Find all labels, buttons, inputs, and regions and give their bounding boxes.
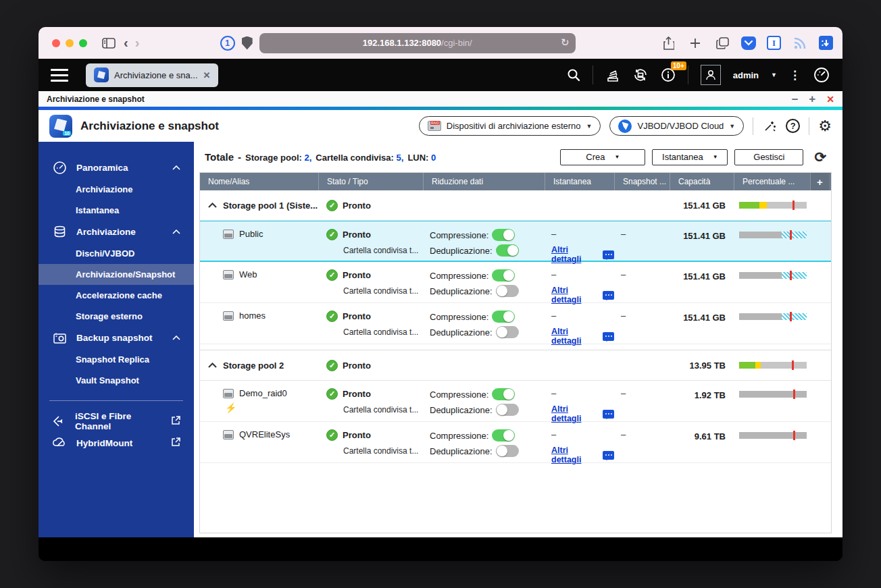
sidebar-toggle-icon[interactable] <box>101 35 117 51</box>
user-avatar[interactable] <box>701 65 721 85</box>
group-row-storage-pool-2[interactable]: Storage pool 2 ✓Pronto 13.95 TB <box>200 350 831 381</box>
sidebar-item-istantanea-overview[interactable]: Istantanea <box>39 200 194 221</box>
share-icon[interactable] <box>660 35 676 51</box>
usage-bar <box>739 202 807 209</box>
help-icon[interactable]: ? <box>786 119 800 133</box>
more-options-icon[interactable]: ⋮ <box>789 70 801 81</box>
username-label[interactable]: admin <box>733 70 759 80</box>
user-menu-caret-icon[interactable]: ▼ <box>771 72 777 78</box>
close-window-button[interactable] <box>52 39 60 47</box>
pocket-icon[interactable] <box>741 36 756 50</box>
window-maximize-icon[interactable]: + <box>809 93 815 105</box>
sidebar-section-backup-snapshot[interactable]: Backup snapshot <box>39 327 194 349</box>
stat-lun: LUN: 0 <box>407 153 436 163</box>
dedup-toggle[interactable] <box>496 404 519 416</box>
compression-toggle[interactable] <box>492 269 515 282</box>
settings-gear-icon[interactable]: ⚙ <box>818 119 832 134</box>
col-stato-tipo[interactable]: Stato / Tipo <box>318 173 423 190</box>
external-device-sync-icon[interactable] <box>632 67 649 83</box>
app-tab[interactable]: Archiviazione e sna... ✕ <box>86 63 218 87</box>
folder-icon <box>223 430 234 439</box>
dedup-toggle[interactable] <box>496 445 519 457</box>
address-bar[interactable]: 192.168.1.132:8080/cgi-bin/ ↻ <box>259 33 576 53</box>
table-row-qvrelitesys[interactable]: QVREliteSys ✓Pronto Cartella condivisa t… <box>200 422 831 463</box>
table-row-web[interactable]: Web ✓Pronto Cartella condivisa t... Comp… <box>200 262 831 303</box>
sidebar-item-snapshot-replica[interactable]: Snapshot Replica <box>39 349 194 370</box>
usage-bar <box>739 432 807 439</box>
shield-icon[interactable] <box>242 36 253 50</box>
sidebar-link-hybridmount[interactable]: HybridMount <box>39 432 194 454</box>
video-download-icon[interactable] <box>819 36 833 50</box>
tab-close-icon[interactable]: ✕ <box>203 70 211 80</box>
col-snapshot[interactable]: Snapshot ... <box>614 173 670 190</box>
table-row-public[interactable]: Public ✓Pronto Cartella condivisa t... C… <box>200 221 831 262</box>
table-row-homes[interactable]: homes ✓Pronto Cartella condivisa t... Co… <box>200 303 831 344</box>
table-header: Nome/Alias Stato / Tipo Riduzione dati I… <box>200 173 831 190</box>
compression-toggle[interactable] <box>492 229 515 241</box>
vjbod-icon <box>618 119 632 133</box>
sidebar-link-iscsi[interactable]: iSCSI e Fibre Channel <box>39 410 194 432</box>
refresh-icon[interactable]: ⟳ <box>814 149 826 165</box>
dedup-toggle[interactable] <box>496 285 519 297</box>
onepassword-icon[interactable]: 1 <box>220 36 235 51</box>
manage-button[interactable]: Gestisci <box>734 149 803 165</box>
comment-icon <box>603 291 614 300</box>
external-storage-devices-button[interactable]: Dispositivi di archiviazione esterno ▼ <box>419 116 601 136</box>
pool-name: Storage pool 2 <box>223 360 284 371</box>
compression-toggle[interactable] <box>492 311 515 323</box>
zoom-window-button[interactable] <box>79 39 87 47</box>
details-link[interactable]: Altri dettagli <box>551 245 599 264</box>
details-link[interactable]: Altri dettagli <box>551 286 599 304</box>
sidebar-item-accelerazione-cache[interactable]: Accelerazione cache <box>39 285 194 306</box>
add-column-button[interactable]: + <box>810 173 829 190</box>
col-istantanea[interactable]: Istantanea <box>545 173 614 190</box>
back-button[interactable]: ‹ <box>124 35 128 51</box>
rss-icon[interactable] <box>792 35 808 51</box>
col-riduzione-dati[interactable]: Riduzione dati <box>423 173 545 190</box>
dedup-toggle[interactable] <box>496 244 519 257</box>
sidebar-item-archiviazione-snapshot[interactable]: Archiviazione/Snapshot <box>39 264 194 285</box>
dashboard-icon[interactable] <box>813 66 830 84</box>
window-minimize-icon[interactable]: – <box>792 93 798 105</box>
sidebar-item-vault-snapshot[interactable]: Vault Snapshot <box>39 370 194 391</box>
collapse-icon[interactable] <box>208 203 217 208</box>
table-row-demo-raid0[interactable]: Demo_raid0 ⚡ ✓Pronto Cartella condivisa … <box>200 381 831 422</box>
group-row-storage-pool-1[interactable]: Storage pool 1 (Siste... ✓Pronto 151.41 … <box>200 190 831 221</box>
background-tasks-icon[interactable] <box>605 68 620 82</box>
compression-toggle[interactable] <box>492 388 515 400</box>
sidebar-item-dischi-vjbod[interactable]: Dischi/VJBOD <box>39 243 194 264</box>
details-link[interactable]: Altri dettagli <box>551 327 599 346</box>
dedup-toggle[interactable] <box>496 326 519 338</box>
traffic-lights <box>52 39 87 47</box>
compression-toggle[interactable] <box>492 429 515 442</box>
collapse-icon[interactable] <box>208 363 217 368</box>
folder-icon <box>223 270 234 279</box>
minimize-window-button[interactable] <box>66 39 74 47</box>
details-link[interactable]: Altri dettagli <box>551 404 599 423</box>
main-menu-icon[interactable] <box>51 69 68 82</box>
sidebar-item-storage-esterno[interactable]: Storage esterno <box>39 306 194 327</box>
snapshot-button[interactable]: Istantanea▼ <box>652 149 728 165</box>
instapaper-icon[interactable]: I <box>767 36 781 50</box>
details-link[interactable]: Altri dettagli <box>551 446 599 464</box>
notifications-icon[interactable]: 10+ <box>661 68 676 82</box>
sidebar-item-archiviazione-overview[interactable]: Archiviazione <box>39 179 194 200</box>
section-label: Archiviazione <box>76 227 136 237</box>
create-button[interactable]: Crea▼ <box>560 149 645 165</box>
sidebar-section-panoramica[interactable]: Panoramica <box>39 157 194 179</box>
sidebar-section-archiviazione[interactable]: Archiviazione <box>39 221 194 243</box>
window-close-icon[interactable]: ✕ <box>826 94 834 105</box>
col-capacita[interactable]: Capacità <box>670 173 734 190</box>
vjbod-cloud-button[interactable]: VJBOD/VJBOD Cloud ▼ <box>609 116 744 136</box>
volume-capacity: 1.92 TB <box>670 381 734 423</box>
forward-button[interactable]: › <box>135 35 140 51</box>
col-nome-alias[interactable]: Nome/Alias <box>200 173 318 190</box>
new-tab-icon[interactable] <box>687 35 703 51</box>
tab-overview-icon[interactable] <box>714 35 730 51</box>
reload-icon[interactable]: ↻ <box>561 36 570 49</box>
qts-topbar: Archiviazione e sna... ✕ 10+ <box>39 59 842 91</box>
magic-wand-icon[interactable] <box>762 119 777 134</box>
search-icon[interactable] <box>567 68 580 82</box>
storage-app-icon <box>94 68 109 82</box>
col-percentuale[interactable]: Percentuale ... <box>734 173 810 190</box>
